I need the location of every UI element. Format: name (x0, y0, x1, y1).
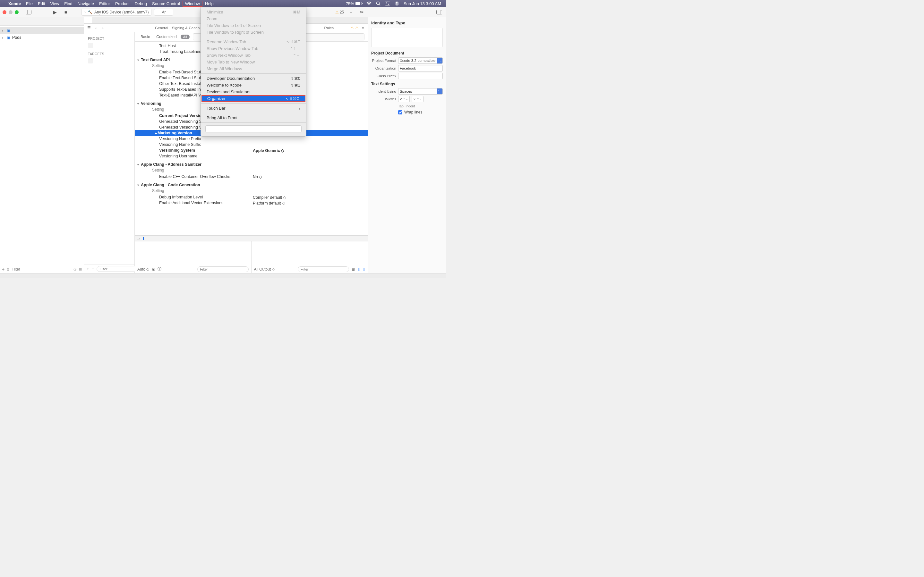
breakpoint-icon[interactable]: ▮ (142, 236, 144, 240)
scm-icon[interactable]: ▦ (79, 267, 82, 271)
menu-item-developer-documentation[interactable]: Developer Documentation⇧⌘0 (201, 75, 306, 82)
settings-tab-rules[interactable]: Rules (323, 26, 335, 30)
eye-icon[interactable]: ◉ (152, 267, 155, 271)
build-setting-row[interactable]: Versioning SystemApple Generic ◇ (135, 147, 368, 153)
menu-item-touch-bar[interactable]: Touch Bar (201, 105, 306, 111)
settings-tab-general[interactable]: General (153, 26, 170, 30)
class-prefix-input[interactable] (398, 73, 443, 79)
settings-section-header[interactable]: ▾Apple Clang - Code Generation (135, 181, 368, 189)
scheme-selector[interactable]: › 🔨 Any iOS Device (arm64, armv7) (81, 9, 152, 16)
menu-item-organizer[interactable]: Organizer⌥⇧⌘O (202, 95, 305, 102)
settings-section-header[interactable]: ▾Apple Clang - Address Sanitizer (135, 161, 368, 168)
disclosure-icon[interactable]: ▸ (2, 36, 5, 39)
info-icon[interactable]: ⓘ (158, 266, 162, 272)
filter-all[interactable]: All (181, 35, 190, 39)
navigator-item-project[interactable]: ▸ ▣ (0, 27, 84, 34)
indent-using-select[interactable]: Spaces⌃⌄ (398, 88, 443, 95)
menu-view[interactable]: View (47, 1, 61, 6)
menu-edit[interactable]: Edit (35, 1, 47, 6)
navigator-item-pods[interactable]: ▸ ▣ Pods (0, 34, 84, 41)
status-datetime[interactable]: Sun Jun 13 3:00 AM (401, 1, 443, 6)
build-setting-row[interactable]: Versioning Name Prefix (135, 136, 368, 142)
code-review-icon[interactable]: ⇋ (357, 9, 366, 16)
hide-debug-icon[interactable]: ▭ (137, 236, 140, 240)
disclosure-icon[interactable]: ▸ (2, 29, 5, 32)
variables-filter-input[interactable] (197, 266, 249, 272)
filter-basic[interactable]: Basic (138, 34, 152, 40)
organization-input[interactable]: Facebook (398, 65, 443, 71)
forward-icon[interactable]: › (100, 26, 106, 30)
navigator-tabs[interactable] (0, 17, 84, 26)
close-button[interactable] (3, 10, 6, 14)
disclosure-icon[interactable]: ▾ (137, 163, 139, 166)
menu-item-rename-window-tab: Rename Window Tab…⌥⇧⌘T (201, 39, 306, 45)
split-left-icon[interactable]: ▯ (358, 267, 360, 271)
project-item[interactable] (84, 42, 134, 49)
build-setting-row[interactable]: Enable Additional Vector ExtensionsPlatf… (135, 200, 368, 206)
add-icon[interactable]: + (2, 267, 5, 272)
filter-customized[interactable]: Customized (153, 34, 179, 40)
menu-source-control[interactable]: Source Control (150, 1, 183, 6)
build-setting-row[interactable]: Debug Information LevelCompiler default … (135, 194, 368, 200)
stop-button[interactable]: ■ (61, 9, 70, 16)
editor-options-icon[interactable]: ≡ (360, 26, 366, 30)
project-targets-sidebar: PROJECT TARGETS + − (84, 32, 135, 273)
add-button[interactable]: ＋ (347, 9, 355, 16)
menu-app[interactable]: Xcode (6, 1, 23, 6)
filter-scope-icon[interactable]: ⊜ (6, 267, 10, 271)
build-setting-row[interactable]: Versioning Username (135, 153, 368, 159)
disclosure-icon[interactable]: ▾ (137, 58, 139, 62)
status-battery[interactable]: 75% (344, 1, 364, 6)
disclosure-icon[interactable]: ▾ (137, 102, 139, 105)
issues-badge[interactable]: ⚠︎ 25 (335, 10, 344, 15)
target-item[interactable] (84, 57, 134, 65)
user-icon[interactable] (393, 1, 401, 6)
menu-window[interactable]: Window (183, 1, 202, 7)
tab-width-stepper[interactable]: 2⌃⌄ (398, 96, 410, 102)
variables-view[interactable]: Auto ◇ ◉ ⓘ (135, 242, 252, 273)
wifi-icon[interactable] (364, 2, 374, 5)
debug-bar: ▭ ▮ (135, 235, 368, 241)
back-icon[interactable]: ‹ (93, 26, 99, 30)
editor-tab[interactable] (84, 17, 92, 23)
menu-help[interactable]: Help (202, 1, 216, 6)
navigator-filter-input[interactable] (11, 267, 71, 271)
add-target-icon[interactable]: + (87, 266, 89, 271)
control-center-icon[interactable] (383, 2, 393, 5)
toggle-inspector-icon[interactable] (435, 9, 443, 16)
trash-icon[interactable]: 🗑 (352, 267, 355, 271)
minimize-button[interactable] (9, 10, 13, 14)
console-output-scope[interactable]: All Output ◇ (254, 267, 275, 271)
related-items-icon[interactable]: ☰ (86, 26, 92, 30)
indent-width-stepper[interactable]: 2⌃⌄ (412, 96, 423, 102)
menu-file[interactable]: File (23, 1, 35, 6)
menu-item-zoom: Zoom (201, 15, 306, 22)
zoom-button[interactable] (15, 10, 19, 14)
toggle-navigator-icon[interactable] (24, 9, 33, 16)
issues-inline-icon[interactable]: ⚠︎ (351, 26, 354, 30)
menu-debug[interactable]: Debug (132, 1, 150, 6)
recent-icon[interactable]: ◷ (73, 267, 77, 271)
menu-product[interactable]: Product (113, 1, 132, 6)
window-menu-search-input[interactable] (205, 125, 302, 132)
search-icon[interactable] (374, 1, 383, 6)
menu-item-bring-all-to-front[interactable]: Bring All to Front (201, 114, 306, 121)
menu-navigate[interactable]: Navigate (75, 1, 97, 6)
wrap-lines-checkbox[interactable] (398, 110, 402, 114)
issues-inline-icon2[interactable]: ⚠︎ (355, 26, 359, 30)
disclosure-icon[interactable]: ▾ (137, 183, 139, 187)
project-navigator-tree[interactable]: ▸ ▣ ▸ ▣ Pods (0, 26, 84, 265)
console-filter-input[interactable] (298, 266, 349, 272)
menu-item-devices-and-simulators[interactable]: Devices and Simulators (201, 89, 306, 95)
project-format-select[interactable]: Xcode 3.2-compatible⌃⌄ (398, 57, 443, 64)
console-view[interactable]: All Output ◇ 🗑 ▯ ▯ (252, 242, 368, 273)
menu-find[interactable]: Find (61, 1, 75, 6)
split-right-icon[interactable]: ▯ (363, 267, 365, 271)
variables-scope[interactable]: Auto ◇ (137, 267, 149, 271)
run-button[interactable]: ▶ (51, 9, 59, 16)
menu-item-welcome-to-xcode[interactable]: Welcome to Xcode⇧⌘1 (201, 82, 306, 89)
build-setting-row[interactable]: Versioning Name Suffix (135, 142, 368, 147)
build-setting-row[interactable]: Enable C++ Container Overflow ChecksNo ◇ (135, 174, 368, 179)
menu-editor[interactable]: Editor (97, 1, 113, 6)
remove-target-icon[interactable]: − (92, 266, 94, 271)
